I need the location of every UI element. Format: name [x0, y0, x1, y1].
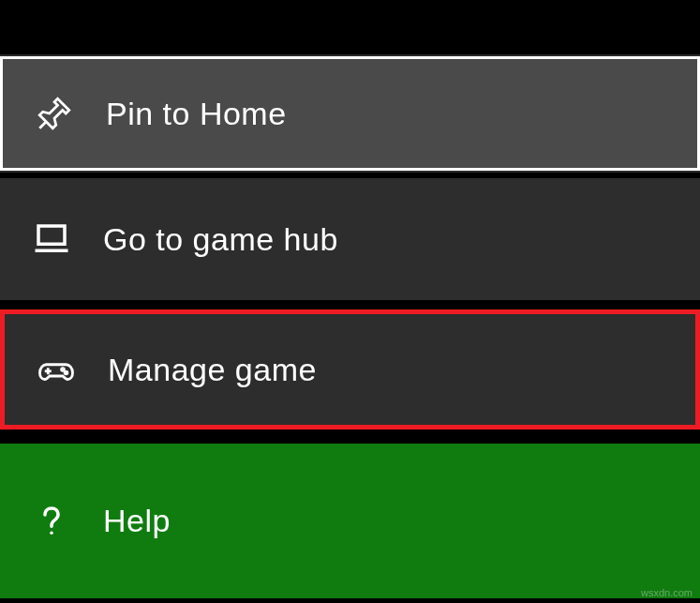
hub-icon: [28, 216, 75, 263]
svg-point-5: [62, 369, 65, 371]
controller-icon: [33, 346, 80, 393]
menu-item-label: Manage game: [108, 352, 317, 388]
context-menu: Pin to Home Go to game hub Manage game: [0, 0, 700, 603]
menu-item-manage-game[interactable]: Manage game: [0, 309, 700, 430]
menu-item-label: Pin to Home: [106, 96, 287, 132]
watermark: wsxdn.com: [641, 587, 693, 598]
svg-rect-1: [38, 226, 65, 244]
svg-point-6: [65, 371, 67, 374]
menu-item-help[interactable]: Help: [0, 444, 700, 598]
help-icon: [28, 498, 75, 545]
svg-line-0: [39, 122, 46, 128]
menu-item-label: Go to game hub: [103, 221, 338, 258]
menu-item-label: Help: [103, 503, 171, 539]
svg-point-7: [50, 531, 53, 535]
pin-icon: [31, 90, 78, 137]
menu-item-game-hub[interactable]: Go to game hub: [0, 178, 700, 300]
menu-item-pin-to-home[interactable]: Pin to Home: [0, 56, 700, 171]
